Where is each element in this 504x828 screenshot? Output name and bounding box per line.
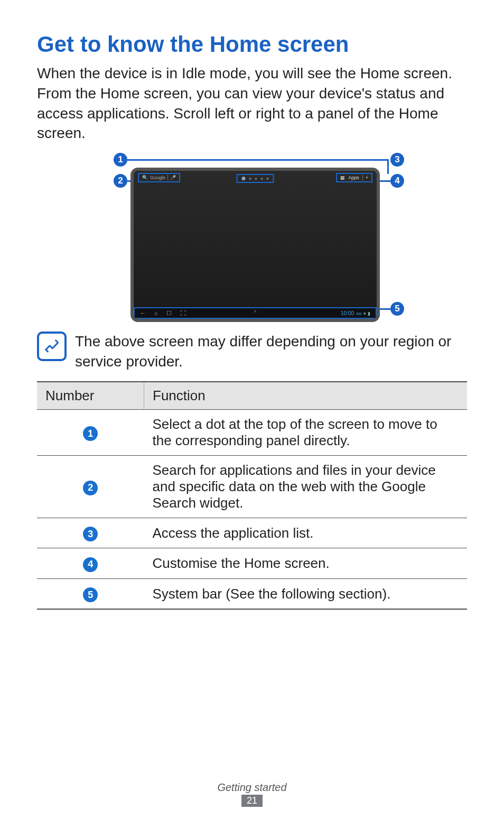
callout-leader (127, 159, 388, 161)
row-function: Access the application list. (144, 518, 468, 548)
apps-label: Apps (348, 175, 359, 180)
callout-leader (387, 159, 389, 174)
row-badge-5: 5 (83, 587, 98, 602)
table-row: 1 Select a dot at the top of the screen … (37, 409, 467, 455)
callout-badge-2: 2 (114, 174, 127, 188)
table-header-function: Function (144, 382, 468, 410)
callout-badge-5: 5 (390, 302, 404, 316)
panel-dots (237, 174, 274, 183)
intro-paragraph: When the device is in Idle mode, you wil… (37, 63, 467, 143)
status-indicators: ▾ ▮ (363, 311, 370, 316)
callout-badge-1: 1 (114, 153, 127, 167)
back-icon: ← (140, 310, 146, 316)
table-row: 4 Customise the Home screen. (37, 548, 467, 579)
recent-apps-icon: ☐ (166, 310, 172, 316)
apps-button: ▦ Apps + (336, 173, 372, 182)
panel-dot (255, 178, 257, 180)
section-title: Get to know the Home screen (37, 32, 467, 57)
row-function: Customise the Home screen. (144, 548, 468, 579)
search-icon: 🔍 (142, 175, 148, 180)
row-function: Select a dot at the top of the screen to… (144, 409, 468, 455)
mic-icon: 🎤 (167, 175, 176, 180)
table-row: 5 System bar (See the following section)… (37, 578, 467, 609)
clock-suffix: AM (356, 312, 362, 316)
home-icon: ⌂ (154, 310, 158, 316)
apps-grid-icon: ▦ (340, 175, 345, 180)
callout-badge-3: 3 (390, 153, 404, 167)
system-bar: ← ⌂ ☐ ⛶ ^ 10:00 AM ▾ ▮ (134, 307, 377, 319)
customise-plus-icon: + (362, 175, 368, 180)
panel-dot (261, 178, 263, 180)
table-row: 3 Access the application list. (37, 518, 467, 548)
panel-dot (249, 178, 251, 180)
note-text: The above screen may differ depending on… (75, 332, 467, 372)
expand-icon: ^ (254, 309, 256, 316)
panel-dot (267, 178, 269, 180)
tablet-outline: 🔍 Google 🎤 ▦ Ap (130, 168, 380, 322)
row-badge-1: 1 (83, 426, 98, 441)
function-table: Number Function 1 Select a dot at the to… (37, 381, 467, 610)
table-header-number: Number (37, 382, 144, 410)
row-badge-4: 4 (83, 557, 98, 572)
google-search-widget: 🔍 Google 🎤 (138, 173, 180, 182)
row-function: System bar (See the following section). (144, 578, 468, 609)
search-label: Google (150, 175, 165, 180)
row-badge-3: 3 (83, 527, 98, 541)
row-badge-2: 2 (83, 481, 98, 495)
panel-dot-active (242, 177, 246, 180)
footer-section-name: Getting started (0, 781, 504, 794)
row-function: Search for applications and files in you… (144, 455, 468, 518)
clock-time: 10:00 (341, 310, 354, 316)
page-number-badge: 21 (241, 795, 263, 807)
note-icon (37, 332, 67, 361)
callout-badge-4: 4 (390, 174, 404, 188)
table-row: 2 Search for applications and files in y… (37, 455, 467, 518)
home-screen-diagram: 1 2 3 4 5 🔍 Google 🎤 (37, 153, 467, 322)
screen-capture-icon: ⛶ (180, 310, 186, 316)
